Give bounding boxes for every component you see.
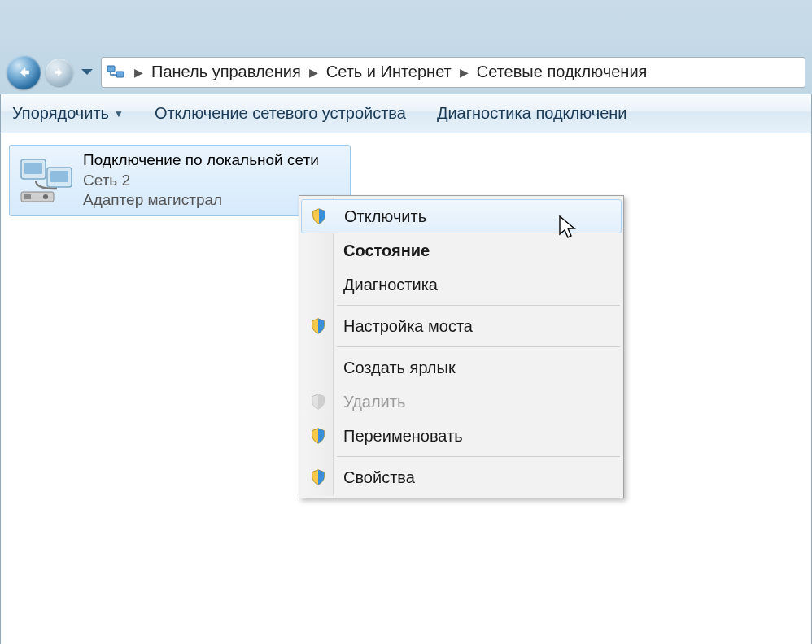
menu-delete: Удалить xyxy=(301,385,622,419)
menu-label: Создать ярлык xyxy=(343,359,456,377)
shield-icon xyxy=(308,425,329,446)
shield-icon xyxy=(308,391,329,412)
navigation-bar: ▶ Панель управления ▶ Сеть и Интернет ▶ … xyxy=(0,50,812,94)
network-adapter-icon xyxy=(16,156,75,205)
back-button[interactable] xyxy=(7,55,41,89)
breadcrumb-item[interactable]: Панель управления xyxy=(150,63,303,81)
menu-properties[interactable]: Свойства xyxy=(301,460,622,494)
breadcrumb-item[interactable]: Сетевые подключения xyxy=(475,63,649,81)
cursor-icon xyxy=(558,215,578,239)
chevron-down-icon: ▼ xyxy=(114,108,124,120)
forward-button[interactable] xyxy=(46,59,73,86)
shield-icon xyxy=(308,206,330,227)
connection-network-name: Сеть 2 xyxy=(83,171,319,191)
svg-rect-3 xyxy=(24,163,42,174)
history-dropdown[interactable] xyxy=(78,63,96,81)
menu-label: Переименовать xyxy=(343,427,463,446)
menu-diagnose[interactable]: Диагностика xyxy=(301,268,622,302)
svg-rect-7 xyxy=(24,194,31,199)
menu-label: Диагностика xyxy=(343,276,438,294)
command-toolbar: Упорядочить ▼ Отключение сетевого устрой… xyxy=(1,94,811,133)
menu-label: Настройка моста xyxy=(343,317,473,336)
network-connections-icon xyxy=(105,62,126,83)
menu-label: Отключить xyxy=(344,207,426,226)
arrow-left-icon xyxy=(16,65,31,80)
shield-icon xyxy=(308,467,329,488)
context-menu: Отключить Состояние Диагностика Настройк… xyxy=(299,195,624,498)
chevron-right-icon: ▶ xyxy=(455,66,474,79)
connection-text: Подключение по локальной сети Сеть 2 Ада… xyxy=(83,150,319,211)
menu-label: Свойства xyxy=(343,468,415,487)
svg-rect-0 xyxy=(107,66,115,72)
menu-bridge[interactable]: Настройка моста xyxy=(301,309,622,343)
menu-create-shortcut[interactable]: Создать ярлык xyxy=(301,350,622,385)
svg-point-8 xyxy=(43,194,48,199)
shield-icon xyxy=(308,315,329,337)
menu-separator xyxy=(337,346,620,347)
chevron-right-icon: ▶ xyxy=(304,66,323,79)
toolbar-label: Упорядочить xyxy=(12,104,109,123)
menu-separator xyxy=(337,456,620,457)
svg-rect-5 xyxy=(50,171,68,182)
toolbar-label: Отключение сетевого устройства xyxy=(155,104,406,123)
menu-separator xyxy=(337,305,620,306)
disable-device-button[interactable]: Отключение сетевого устройства xyxy=(155,104,406,123)
menu-label: Состояние xyxy=(343,242,430,260)
toolbar-label: Диагностика подключени xyxy=(437,104,627,123)
organize-menu[interactable]: Упорядочить ▼ xyxy=(12,104,124,123)
menu-label: Удалить xyxy=(343,393,405,411)
arrow-right-icon xyxy=(54,67,65,78)
svg-rect-1 xyxy=(116,72,124,77)
breadcrumb-item[interactable]: Сеть и Интернет xyxy=(325,63,453,81)
menu-rename[interactable]: Переименовать xyxy=(301,419,622,453)
diagnose-connection-button[interactable]: Диагностика подключени xyxy=(437,104,627,123)
chevron-right-icon: ▶ xyxy=(129,66,148,79)
window-titlebar-area xyxy=(0,0,812,50)
connection-title: Подключение по локальной сети xyxy=(83,150,319,171)
breadcrumb-bar[interactable]: ▶ Панель управления ▶ Сеть и Интернет ▶ … xyxy=(101,57,805,88)
chevron-down-icon xyxy=(81,68,94,76)
connection-adapter-name: Адаптер магистрал xyxy=(83,190,319,211)
